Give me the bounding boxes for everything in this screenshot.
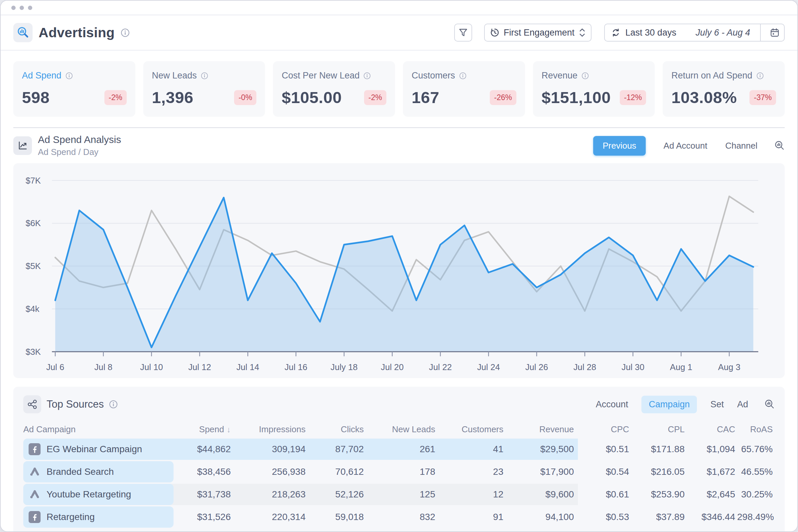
cell-revenue: $9,600: [506, 489, 576, 500]
x-axis-label: Jul 22: [429, 362, 452, 372]
cell-roas: 46.55%: [737, 467, 775, 477]
column-header-cac[interactable]: CAC: [687, 424, 737, 435]
kpi-value: 1,396: [152, 88, 193, 107]
kpi-label: Revenue: [542, 71, 577, 81]
calendar-button[interactable]: [765, 27, 784, 38]
x-axis-label: Jul 14: [236, 362, 259, 372]
source-row-branded-search[interactable]: Branded Search$38,456256,93870,61217823$…: [23, 461, 775, 482]
kpi-card-return-on-ad-spend[interactable]: Return on Ad Spend103.08%-37%: [663, 61, 785, 117]
column-header-cpc[interactable]: CPC: [576, 424, 631, 435]
window-control-dot[interactable]: [20, 6, 24, 10]
source-row-youtube-retargeting[interactable]: Youtube Retargeting$31,738218,26352,1261…: [23, 484, 775, 505]
page-title-info-icon[interactable]: [121, 28, 130, 37]
campaign-name-pill[interactable]: Retargeting: [23, 507, 174, 528]
column-header-spend[interactable]: Spend↓: [156, 424, 233, 435]
sources-title: Top Sources: [46, 398, 104, 410]
kpi-row: Ad Spend598-2%New Leads1,396-0%Cost Per …: [13, 61, 785, 117]
cell-cac: $346.44: [687, 512, 737, 522]
attribution-select[interactable]: First Engagement: [484, 24, 591, 41]
cell-cpc: $0.54: [576, 467, 631, 477]
sources-zoom-icon[interactable]: [764, 399, 775, 410]
tab-campaign[interactable]: Campaign: [641, 396, 697, 413]
ad-spend-chart: $7K$6K$5K$4k$3KJul 6Jul 8Jul 10Jul 12Jul…: [23, 171, 775, 375]
column-header-revenue[interactable]: Revenue: [506, 424, 576, 435]
kpi-card-new-leads[interactable]: New Leads1,396-0%: [143, 61, 265, 117]
column-header-clicks[interactable]: Clicks: [307, 424, 366, 435]
kpi-card-revenue[interactable]: Revenue$151,100-12%: [533, 61, 655, 117]
chart-title: Ad Spend Analysis: [38, 134, 121, 145]
cell-roas: 298.49%: [737, 512, 776, 522]
kpi-value: 167: [412, 88, 439, 107]
facebook-icon: [28, 511, 41, 523]
kpi-label: Ad Spend: [22, 71, 61, 81]
info-circle-icon[interactable]: [65, 72, 73, 79]
cell-impressions: 220,314: [233, 512, 307, 522]
kpi-delta-badge: -2%: [104, 90, 127, 105]
sources-info-icon[interactable]: [109, 400, 118, 408]
sources-table: Ad CampaignSpend↓ImpressionsClicksNew Le…: [23, 422, 775, 528]
campaign-name-pill[interactable]: Branded Search: [23, 461, 174, 482]
x-axis-label: Jul 10: [140, 362, 163, 372]
kpi-label: Return on Ad Spend: [671, 71, 752, 81]
tab-ad[interactable]: Ad: [737, 399, 748, 410]
kpi-value: $151,100: [542, 88, 611, 107]
column-header-impressions[interactable]: Impressions: [233, 424, 307, 435]
kpi-card-ad-spend[interactable]: Ad Spend598-2%: [13, 61, 135, 117]
source-row-eg-webinar-campaign[interactable]: EG Webinar Campaign$44,862309,19487,7022…: [23, 439, 775, 460]
campaign-name: EG Webinar Campaign: [46, 444, 142, 455]
campaign-name-pill[interactable]: Youtube Retargeting: [23, 484, 174, 505]
ad-spend-analysis-section: Ad Spend Analysis Ad Spend / Day Previou…: [13, 134, 785, 378]
cell-roas: 65.76%: [737, 444, 775, 455]
info-circle-icon[interactable]: [757, 72, 764, 79]
line-chart-icon: [13, 136, 32, 155]
date-range-control[interactable]: Last 30 days July 6 - Aug 4: [604, 24, 785, 41]
app-window: Advertising First Engagement: [0, 0, 798, 532]
column-header-customers[interactable]: Customers: [437, 424, 506, 435]
column-header-cpl[interactable]: CPL: [631, 424, 687, 435]
info-circle-icon[interactable]: [582, 72, 589, 79]
previous-toggle-button[interactable]: Previous: [593, 136, 645, 156]
info-circle-icon[interactable]: [459, 72, 467, 79]
x-axis-label: July 18: [330, 362, 358, 372]
cell-spend: $44,862: [156, 444, 233, 455]
x-axis-label: Jul 26: [525, 362, 548, 372]
cell-new-leads: 178: [366, 467, 437, 477]
kpi-delta-badge: -0%: [234, 90, 256, 105]
info-circle-icon[interactable]: [363, 72, 371, 79]
y-axis-label: $7K: [25, 176, 41, 185]
breakdown-ad-account[interactable]: Ad Account: [664, 141, 707, 151]
campaign-name-pill[interactable]: EG Webinar Campaign: [23, 439, 174, 460]
cell-revenue: $29,500: [506, 444, 576, 455]
window-control-dot[interactable]: [28, 6, 32, 10]
column-header-roas[interactable]: RoAS: [737, 424, 775, 435]
window-titlebar: [1, 1, 797, 15]
chart-zoom-icon[interactable]: [774, 140, 785, 151]
filter-button[interactable]: [454, 24, 472, 41]
info-circle-icon[interactable]: [201, 72, 208, 79]
tab-set[interactable]: Set: [710, 399, 724, 410]
funnel-icon: [458, 27, 468, 38]
cell-cpl: $171.88: [631, 444, 687, 455]
kpi-card-cost-per-new-lead[interactable]: Cost Per New Lead$105.00-2%: [273, 61, 395, 117]
top-sources-card: Top Sources AccountCampaignSetAd Ad Camp…: [13, 387, 785, 532]
source-row-retargeting[interactable]: Retargeting$31,526220,31459,0188329194,1…: [23, 507, 775, 528]
cell-spend: $31,526: [156, 512, 233, 522]
kpi-label: Customers: [412, 71, 455, 81]
window-control-dot[interactable]: [11, 6, 16, 10]
breakdown-channel[interactable]: Channel: [725, 141, 757, 151]
cell-revenue: 94,100: [506, 512, 576, 522]
column-header-ad-campaign[interactable]: Ad Campaign: [23, 424, 156, 435]
column-header-new-leads[interactable]: New Leads: [366, 424, 437, 435]
cell-cpl: $37.89: [631, 512, 687, 522]
campaign-name: Branded Search: [46, 467, 114, 477]
kpi-card-customers[interactable]: Customers167-26%: [403, 61, 525, 117]
share-network-icon: [23, 395, 41, 413]
tab-account[interactable]: Account: [596, 399, 628, 410]
kpi-value: 598: [22, 88, 50, 107]
cell-cpc: $0.61: [576, 489, 631, 500]
sources-table-header: Ad CampaignSpend↓ImpressionsClicksNew Le…: [23, 422, 775, 437]
cell-spend: $38,456: [156, 467, 233, 477]
kpi-delta-badge: -2%: [364, 90, 386, 105]
kpi-delta-badge: -37%: [749, 90, 776, 105]
cell-roas: 30.25%: [737, 489, 775, 500]
